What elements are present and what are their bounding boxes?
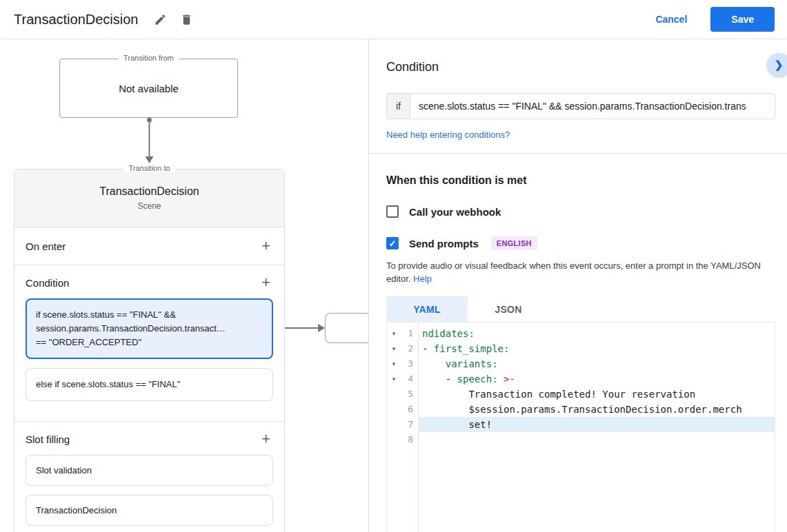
line-number: 7 xyxy=(401,417,418,432)
condition-section-label: Condition xyxy=(26,277,69,289)
fold-arrow-icon[interactable]: ▾ xyxy=(387,341,401,356)
line-number: 1 xyxy=(401,326,418,341)
slot-filling-section: Slot filling + Slot validationTransactio… xyxy=(14,422,284,532)
condition-card[interactable]: else if scene.slots.status == "FINAL" xyxy=(26,368,273,401)
tab-json[interactable]: JSON xyxy=(468,296,549,322)
scene-name: TransactionDecision xyxy=(99,185,199,198)
condition-card-text: if scene.slots.status == "FINAL" && xyxy=(36,308,263,322)
chevron-right-icon: ❯ xyxy=(775,59,784,71)
code-text: - first_simple: xyxy=(418,341,775,356)
code-text: Transaction completed! Your reservation xyxy=(418,387,775,402)
check-icon: ✓ xyxy=(389,238,397,249)
condition-card-text: session.params.TransactionDecision.trans… xyxy=(36,322,263,336)
editor-line[interactable]: ▾2- first_simple: xyxy=(387,341,775,356)
fold-spacer xyxy=(387,387,401,402)
save-button[interactable]: Save xyxy=(710,7,775,32)
send-prompts-row: ✓ Send prompts ENGLISH xyxy=(386,236,775,250)
editor-line[interactable]: 6 $session.params.TransactionDecision.or… xyxy=(387,402,775,417)
panel-divider xyxy=(369,153,787,154)
fold-spacer xyxy=(387,432,401,447)
collapse-panel-button[interactable]: ❯ xyxy=(767,53,787,76)
fold-arrow-icon[interactable]: ▾ xyxy=(387,326,401,341)
line-number: 5 xyxy=(401,387,418,402)
editor-line[interactable]: 8 xyxy=(387,432,775,447)
delete-scene-button[interactable] xyxy=(175,8,197,30)
call-webhook-label: Call your webhook xyxy=(409,206,501,218)
transition-to-label: Transition to xyxy=(123,164,175,172)
fold-arrow-icon[interactable]: ▾ xyxy=(387,356,401,371)
transition-from-value: Not available xyxy=(60,59,237,117)
condition-card-list: if scene.slots.status == "FINAL" &&sessi… xyxy=(26,298,273,401)
top-bar: TransactionDecision Cancel Save xyxy=(0,0,787,39)
editor-line[interactable]: ▾1ndidates: xyxy=(387,326,775,341)
line-number: 6 xyxy=(401,402,418,417)
cancel-button[interactable]: Cancel xyxy=(646,8,697,30)
send-prompts-label: Send prompts xyxy=(409,238,479,249)
condition-card-selected[interactable]: if scene.slots.status == "FINAL" &&sessi… xyxy=(26,298,273,359)
condition-expression-input[interactable] xyxy=(410,93,775,119)
editor-line[interactable]: ▾4 - speech: >- xyxy=(387,371,775,387)
code-text: set! xyxy=(418,417,775,432)
pencil-icon xyxy=(154,13,167,26)
send-prompts-checkbox[interactable]: ✓ xyxy=(386,237,399,249)
editor-tabs: YAML JSON xyxy=(386,296,775,322)
transition-to-card: Transition to TransactionDecision Scene … xyxy=(14,169,285,532)
on-enter-label: On enter xyxy=(26,241,66,252)
slot-filling-list: Slot validationTransactionDecision xyxy=(26,455,273,526)
line-number: 4 xyxy=(401,371,418,387)
arrow-start-dot xyxy=(147,118,152,123)
add-on-enter-button[interactable]: + xyxy=(259,240,273,252)
editor-line[interactable]: 7 set! xyxy=(387,417,775,432)
tab-yaml[interactable]: YAML xyxy=(386,296,468,322)
scene-graph-canvas: Transition from Not available Transition… xyxy=(0,39,369,532)
trash-icon xyxy=(180,13,193,26)
edit-title-button[interactable] xyxy=(149,8,171,30)
language-badge: ENGLISH xyxy=(491,236,537,250)
webhook-row: Call your webhook xyxy=(386,205,775,218)
code-text: variants: xyxy=(418,356,775,371)
editor-line[interactable]: ▾3 variants: xyxy=(387,356,775,371)
prompts-description: To provide audio or visual feedback when… xyxy=(386,259,775,285)
scene-type: Scene xyxy=(137,201,161,211)
slot-filling-label: Slot filling xyxy=(26,433,70,445)
arrow-right-head xyxy=(318,324,325,332)
line-number: 3 xyxy=(401,356,418,371)
yaml-editor[interactable]: ▾1ndidates:▾2- first_simple:▾3 variants:… xyxy=(386,322,775,532)
line-number: 8 xyxy=(401,432,418,447)
add-slot-button[interactable]: + xyxy=(259,433,273,445)
help-link[interactable]: Help xyxy=(413,274,432,284)
if-label: if xyxy=(386,93,410,119)
condition-help-link[interactable]: Need help entering conditions? xyxy=(386,130,510,140)
code-text: - speech: >- xyxy=(418,371,775,387)
transition-from-box: Transition from Not available xyxy=(59,59,238,118)
transition-from-label: Transition from xyxy=(118,54,179,62)
on-enter-section: On enter + xyxy=(14,227,284,265)
code-text: ndidates: xyxy=(418,326,775,341)
condition-card-text: == "ORDER_ACCEPTED" xyxy=(36,336,263,349)
condition-detail-panel: ❯ Condition if Need help entering condit… xyxy=(369,39,787,532)
line-number: 2 xyxy=(401,341,418,356)
condition-section: Condition + if scene.slots.status == "FI… xyxy=(14,265,284,421)
fold-arrow-icon[interactable]: ▾ xyxy=(387,371,401,387)
panel-title: Condition xyxy=(386,60,775,74)
slot-filling-card[interactable]: TransactionDecision xyxy=(26,495,273,526)
page-title: TransactionDecision xyxy=(14,12,138,28)
add-condition-button[interactable]: + xyxy=(259,276,273,289)
next-scene-stub[interactable] xyxy=(325,313,369,343)
code-text xyxy=(418,432,775,447)
arrow-down-head xyxy=(146,156,154,163)
main-content: Transition from Not available Transition… xyxy=(0,39,787,532)
condition-expression-row: if xyxy=(386,93,775,119)
slot-filling-card[interactable]: Slot validation xyxy=(26,455,273,486)
scene-card-header[interactable]: TransactionDecision Scene xyxy=(14,170,284,227)
condition-card-text: else if scene.slots.status == "FINAL" xyxy=(36,378,263,391)
call-webhook-checkbox[interactable] xyxy=(386,205,399,218)
yaml-editor-lines: ▾1ndidates:▾2- first_simple:▾3 variants:… xyxy=(387,326,775,447)
fold-spacer xyxy=(387,417,401,432)
code-text: $session.params.TransactionDecision.orde… xyxy=(418,402,775,417)
fold-spacer xyxy=(387,402,401,417)
when-met-title: When this condition is met xyxy=(386,174,775,187)
editor-line[interactable]: 5 Transaction completed! Your reservatio… xyxy=(387,387,775,402)
